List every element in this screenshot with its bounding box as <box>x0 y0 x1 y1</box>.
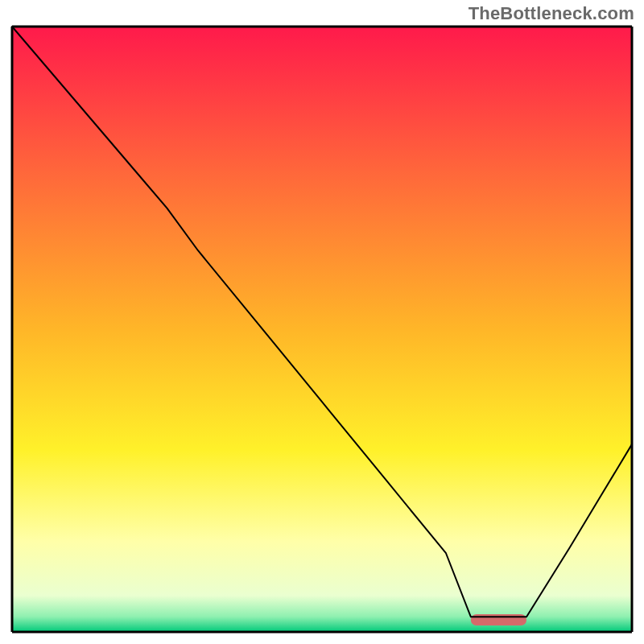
watermark-text: TheBottleneck.com <box>469 3 634 24</box>
bottom-range-marker <box>471 614 526 625</box>
chart-background-gradient <box>12 27 632 632</box>
bottleneck-chart <box>10 24 634 634</box>
chart-container <box>10 24 634 634</box>
